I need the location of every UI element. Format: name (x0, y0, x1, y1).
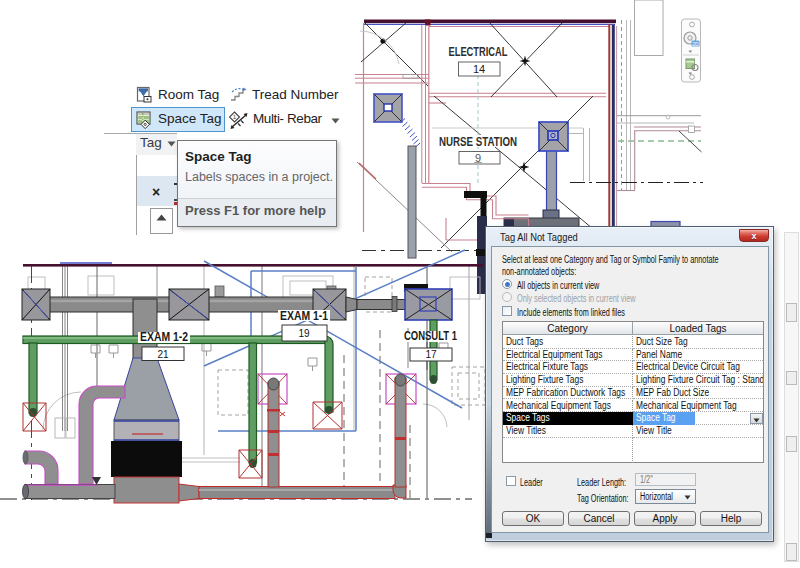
svg-text:NURSE STATION: NURSE STATION (439, 134, 517, 149)
svg-text:ELECTRICAL: ELECTRICAL (449, 44, 508, 59)
svg-text:21: 21 (157, 349, 169, 360)
svg-text:CONSULT 1: CONSULT 1 (404, 329, 457, 343)
svg-text:EXAM 1-1: EXAM 1-1 (280, 309, 328, 323)
svg-text:EXAM 1-2: EXAM 1-2 (140, 330, 188, 344)
svg-text:2D: 2D (692, 41, 699, 47)
svg-text:19: 19 (298, 328, 310, 339)
svg-text:14: 14 (473, 63, 485, 75)
svg-text:17: 17 (425, 349, 437, 360)
svg-text:9: 9 (475, 152, 481, 164)
svg-text:1: 1 (233, 114, 236, 120)
